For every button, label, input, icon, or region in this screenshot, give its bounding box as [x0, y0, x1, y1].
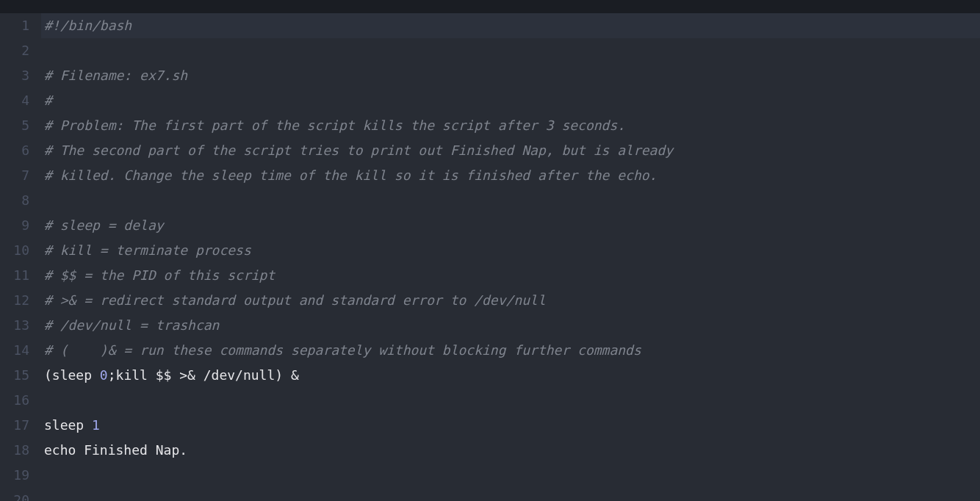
line-number: 15: [0, 363, 29, 388]
code-line[interactable]: (sleep 0;kill $$ >& /dev/null) &: [41, 363, 980, 388]
code-token-plain: sleep: [44, 413, 92, 438]
code-line[interactable]: [41, 463, 980, 488]
code-line[interactable]: # /dev/null = trashcan: [41, 313, 980, 338]
code-token-comment: # The second part of the script tries to…: [44, 138, 673, 163]
code-line[interactable]: # The second part of the script tries to…: [41, 138, 980, 163]
code-line[interactable]: # >& = redirect standard output and stan…: [41, 288, 980, 313]
code-line[interactable]: # Filename: ex7.sh: [41, 63, 980, 88]
code-line[interactable]: [41, 188, 980, 213]
code-token-comment: # killed. Change the sleep time of the k…: [44, 163, 657, 188]
code-token-comment: # /dev/null = trashcan: [44, 313, 219, 338]
code-line[interactable]: [41, 488, 980, 501]
code-line[interactable]: # killed. Change the sleep time of the k…: [41, 163, 980, 188]
code-token-comment: # sleep = delay: [44, 213, 164, 238]
line-number: 5: [0, 113, 29, 138]
code-token-plain: (sleep: [44, 363, 100, 388]
editor-top-bar: [0, 0, 980, 13]
line-number: 11: [0, 263, 29, 288]
line-number: 1: [0, 13, 29, 38]
line-number: 14: [0, 338, 29, 363]
code-token-plain: ;kill $$ >& /dev/null) &: [108, 363, 299, 388]
line-number: 12: [0, 288, 29, 313]
code-token-comment: # ( )& = run these commands separately w…: [44, 338, 641, 363]
line-number: 20: [0, 488, 29, 501]
code-token-comment: #!/bin/bash: [44, 13, 131, 38]
line-number: 8: [0, 188, 29, 213]
code-editor[interactable]: 1234567891011121314151617181920 #!/bin/b…: [0, 13, 980, 501]
line-number: 13: [0, 313, 29, 338]
code-line[interactable]: [41, 38, 980, 63]
code-line[interactable]: # kill = terminate process: [41, 238, 980, 263]
line-number: 2: [0, 38, 29, 63]
line-number: 7: [0, 163, 29, 188]
line-number: 16: [0, 388, 29, 413]
code-line[interactable]: echo Finished Nap.: [41, 438, 980, 463]
line-number: 6: [0, 138, 29, 163]
line-number-gutter: 1234567891011121314151617181920: [0, 13, 41, 501]
code-line[interactable]: #!/bin/bash: [41, 13, 980, 38]
code-line[interactable]: sleep 1: [41, 413, 980, 438]
code-token-comment: # $$ = the PID of this script: [44, 263, 275, 288]
code-line[interactable]: #: [41, 88, 980, 113]
code-line[interactable]: # $$ = the PID of this script: [41, 263, 980, 288]
line-number: 17: [0, 413, 29, 438]
line-number: 3: [0, 63, 29, 88]
code-token-number: 1: [92, 413, 100, 438]
code-area[interactable]: #!/bin/bash # Filename: ex7.sh## Problem…: [41, 13, 980, 501]
code-line[interactable]: # ( )& = run these commands separately w…: [41, 338, 980, 363]
code-token-comment: # Problem: The first part of the script …: [44, 113, 625, 138]
code-line[interactable]: [41, 388, 980, 413]
line-number: 19: [0, 463, 29, 488]
line-number: 4: [0, 88, 29, 113]
code-token-number: 0: [100, 363, 108, 388]
code-token-comment: #: [44, 88, 52, 113]
line-number: 18: [0, 438, 29, 463]
code-token-comment: # kill = terminate process: [44, 238, 251, 263]
code-line[interactable]: # sleep = delay: [41, 213, 980, 238]
line-number: 9: [0, 213, 29, 238]
code-line[interactable]: # Problem: The first part of the script …: [41, 113, 980, 138]
code-token-plain: echo Finished Nap.: [44, 438, 187, 463]
code-token-comment: # Filename: ex7.sh: [44, 63, 187, 88]
code-token-comment: # >& = redirect standard output and stan…: [44, 288, 546, 313]
line-number: 10: [0, 238, 29, 263]
